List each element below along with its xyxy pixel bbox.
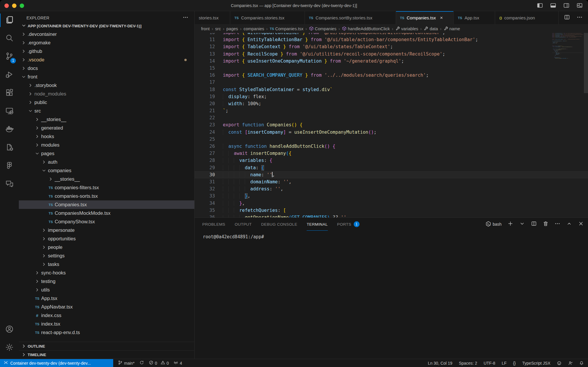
code-line-12[interactable]: 12import { TableContext } from '@/ui/tab… [195,43,588,50]
status-smiley-icon[interactable] [557,361,562,366]
tree-item-index.css[interactable]: #index.css [19,311,194,320]
tree-item-public[interactable]: public [19,98,194,107]
code-line-14[interactable]: 14import { useInsertOneCompanyMutation }… [195,58,588,65]
remote-indicator[interactable]: Container dev-twenty-dev (dev-twenty-dev… [0,359,113,367]
more-actions-icon[interactable] [577,14,583,21]
tree-item-Companies.tsx[interactable]: TSCompanies.tsx [19,200,194,209]
sidebar-section-outline[interactable]: OUTLINE [19,342,194,350]
code-line-34[interactable]: 34 }, [195,200,588,207]
activity-item-search[interactable] [0,29,19,48]
tree-item-AppNavbar.tsx[interactable]: TSAppNavbar.tsx [19,303,194,311]
breadcrumb-item-companies[interactable]: companies [243,26,264,31]
activity-item-run-debug[interactable] [0,66,19,84]
panel-left-icon[interactable] [537,2,543,10]
activity-item-accounts[interactable] [0,321,19,339]
activity-item-docker[interactable] [0,120,19,139]
code-line-17[interactable]: 17 [195,79,588,86]
breadcrumb-item-front[interactable]: front [201,26,210,31]
code-line-36[interactable]: 36 getOperationName(GET_COMPANIES) ?? ''… [195,214,588,217]
breadcrumb-item-src[interactable]: src [215,26,221,31]
tree-item-sync-hooks[interactable]: sync-hooks [19,269,194,277]
explorer-more-actions-icon[interactable] [183,14,188,21]
tree-item-.ergomake[interactable]: .ergomake [19,38,194,47]
breadcrumb-item-name[interactable]: name [444,26,460,32]
activity-item-comments[interactable] [0,175,19,193]
tree-item-impersonate[interactable]: impersonate [19,226,194,234]
tree-item-settings[interactable]: settings [19,252,194,260]
workspace-section-header[interactable]: APP [CONTAINER DEV-TWENTY-DEV (DEV-TWENT… [19,22,194,30]
tree-item-index.tsx[interactable]: TSindex.tsx [19,320,194,328]
tree-item-modules[interactable]: modules [19,141,194,149]
terminal-more-icon[interactable] [554,221,560,228]
tree-item-.github[interactable]: .github [19,47,194,56]
tab-App.tsx[interactable]: TSApp.tsx [454,11,495,24]
maximize-panel-icon[interactable] [566,221,572,228]
tree-item-companies-sorts.tsx[interactable]: TScompanies-sorts.tsx [19,192,194,200]
activity-item-extensions[interactable] [0,84,19,102]
breadcrumb-item-Companies.tsx[interactable]: TSCompanies.tsx [270,26,303,31]
activity-item-explorer[interactable] [0,11,19,29]
tree-item-companies[interactable]: companies [19,166,194,175]
tree-item-testing[interactable]: testing [19,277,194,286]
code-line-13[interactable]: 13import { RecoilScope } from '@/ui/util… [195,51,588,58]
code-line-30[interactable]: 30 name: '', [195,171,588,178]
activity-item-source-control[interactable]: 1 [0,48,19,66]
tree-item-auth[interactable]: auth [19,158,194,166]
status-bell-icon[interactable] [579,361,584,366]
tree-item-.storybook[interactable]: .storybook [19,81,194,90]
status-cursor-position[interactable]: Ln 30, Col 19 [428,361,452,366]
panel-tab-debug-console[interactable]: DEBUG CONSOLE [261,218,297,231]
breadcrumb-item-variables[interactable]: variables [395,26,418,32]
panel-right-icon[interactable] [563,2,569,10]
tab-companies.json[interactable]: {}companies.json [495,11,559,24]
status-eol[interactable]: LF [502,361,507,366]
tree-item-.devcontainer[interactable]: .devcontainer [19,30,194,38]
code-line-28[interactable]: 28 variables: { [195,157,588,164]
code-line-35[interactable]: 35 refetchQueries: [ [195,207,588,214]
tree-item-companies-filters.tsx[interactable]: TScompanies-filters.tsx [19,183,194,192]
tab-Companies.stories.tsx[interactable]: TSCompanies.stories.tsx [230,11,305,24]
status-sync[interactable] [139,360,144,366]
close-panel-icon[interactable] [578,221,584,228]
breadcrumb-item-Companies[interactable]: Companies [309,26,336,32]
code-line-33[interactable]: 33 }, [195,192,588,200]
panel-bottom-icon[interactable] [550,2,556,10]
tab-stories.tsx[interactable]: stories.tsx [195,11,230,24]
status-problems[interactable]: 00 [149,360,169,366]
code-line-15[interactable]: 15 [195,65,588,72]
code-line-20[interactable]: 20 width: 100%; [195,100,588,107]
code-line-36[interactable]: 36 getOperationName(GET_COMPANIES) ?? ''… [552,58,583,59]
panel-tab-problems[interactable]: PROBLEMS [202,218,225,231]
tree-item-CompanyShow.tsx[interactable]: TSCompanyShow.tsx [19,217,194,226]
code-line-16[interactable]: 16import { SEARCH_COMPANY_QUERY } from '… [195,72,588,79]
split-editor-icon[interactable] [564,14,570,21]
tree-item-pages[interactable]: pages [19,149,194,158]
code-line-10[interactable]: 10import { WithTopBarContainer } from '@… [195,33,588,36]
tab-Companies.tsx[interactable]: TSCompanies.tsx× [396,11,454,25]
launch-profile-icon[interactable] [519,221,525,228]
tree-item-hooks[interactable]: hooks [19,132,194,141]
panel-tab-terminal[interactable]: TERMINAL [307,218,328,231]
activity-item-settings[interactable] [0,339,19,357]
panel-tab-output[interactable]: OUTPUT [235,218,252,231]
status-encoding[interactable]: UTF-8 [484,361,495,366]
close-tab-icon[interactable]: × [440,15,443,21]
code-editor[interactable]: 10import { WithTopBarContainer } from '@… [195,33,588,217]
tree-item-.vscode[interactable]: .vscode [19,56,194,64]
code-line-19[interactable]: 19 display: flex; [195,93,588,100]
tree-item-App.tsx[interactable]: TSApp.tsx [19,294,194,303]
code-line-24[interactable]: 24 const [insertCompany] = useInsertOneC… [195,129,588,136]
status-language-mode[interactable]: TypeScript JSX [522,361,550,366]
terminal-instance-bash[interactable]: bash [485,221,502,228]
code-line-21[interactable]: 21`; [195,107,588,114]
tree-item-src[interactable]: src [19,107,194,115]
kill-terminal-icon[interactable] [543,221,549,228]
status-person-icon[interactable] [568,361,573,366]
tree-item-__stories__[interactable]: __stories__ [19,175,194,183]
minimap[interactable]: 10import { WithTopBarContainer } from '@… [552,33,583,217]
tree-item-docs[interactable]: docs [19,64,194,73]
code-line-18[interactable]: 18const StyledTableContainer = styled.di… [195,86,588,93]
breadcrumb-item-pages[interactable]: pages [226,26,238,31]
new-terminal-icon[interactable] [507,221,513,228]
tree-item-__stories__[interactable]: __stories__ [19,115,194,124]
